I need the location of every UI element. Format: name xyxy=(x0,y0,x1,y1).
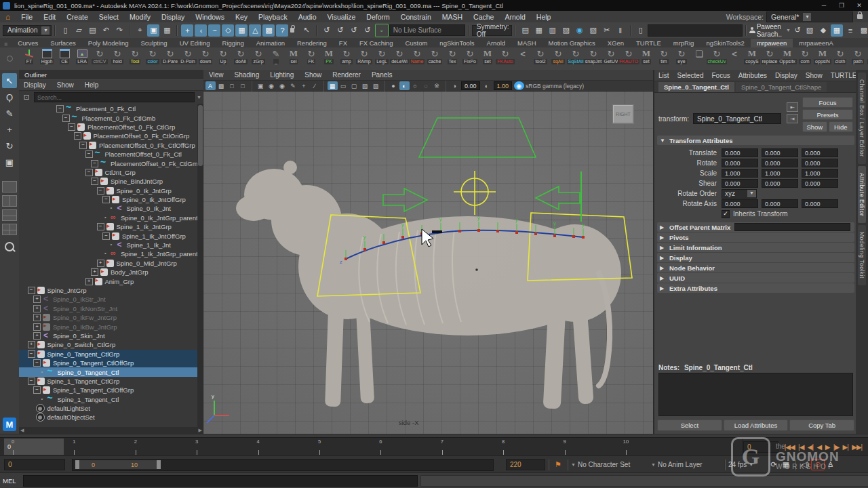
shelf-button-FK[interactable]: ↻FK xyxy=(302,48,320,64)
range-slider-bar[interactable]: 0 10 xyxy=(72,459,494,471)
shelf-tab-surfaces[interactable]: Surfaces xyxy=(44,39,82,47)
outliner-item-Spine_0_IkBw_JntGrp[interactable]: +Spine_0_IkBw_JntGrp xyxy=(19,322,203,331)
save-scene-icon[interactable]: ▤ xyxy=(86,24,98,37)
collapse-icon[interactable]: − xyxy=(68,123,75,131)
exposure-icon[interactable]: ◑ xyxy=(450,81,460,90)
menu-cache[interactable]: Cache xyxy=(468,13,499,21)
notes-textarea[interactable] xyxy=(658,373,853,416)
shelf-button-snapJnt[interactable]: ↻snapJnt xyxy=(585,48,602,64)
oversan-icon[interactable]: ◉ xyxy=(277,81,288,90)
select-hierarchy-icon[interactable]: ⌖ xyxy=(134,24,146,37)
shelf-button-com[interactable]: ↻com xyxy=(796,48,814,64)
collapse-icon[interactable]: − xyxy=(62,115,70,122)
shelf-button-color[interactable]: ↻color xyxy=(144,48,161,64)
time-slider-track[interactable]: 0 012345678910 xyxy=(0,438,743,456)
outliner-item-Spine_1_Ik_JntGrp_parentCons[interactable]: •Spine_1_Ik_JntGrp_parentCons xyxy=(19,249,203,258)
hide-button[interactable]: Hide xyxy=(829,121,854,132)
bookmarks-icon[interactable]: □ xyxy=(238,81,248,90)
attr-value-field[interactable]: 0.000 xyxy=(802,148,838,157)
section-uuid[interactable]: ▶UUID xyxy=(657,273,854,283)
shelf-button-FixPo[interactable]: ↻FixPo xyxy=(461,48,479,64)
menu-file[interactable]: File xyxy=(16,13,38,21)
select-button[interactable]: Select xyxy=(657,420,722,431)
ae-menu-show[interactable]: Show xyxy=(802,72,827,79)
shelf-button-set[interactable]: Mset xyxy=(479,48,496,64)
attr-value-field[interactable]: 1.000 xyxy=(802,169,838,178)
offset-parent-matrix-field[interactable] xyxy=(734,223,850,231)
filter-icon[interactable]: ⊡ xyxy=(22,92,31,104)
clamp-playback-icon[interactable]: ▦ xyxy=(780,460,792,469)
menu-set-dropdown[interactable]: Animation ▾ xyxy=(3,25,52,36)
launch-render-setup-icon[interactable]: ▧ xyxy=(587,24,599,37)
symmetry-dropdown[interactable]: Symmetry: Off xyxy=(472,25,512,36)
collapse-icon[interactable]: − xyxy=(79,142,87,149)
outliner-item-Spine_0_IkStr_Jnt[interactable]: +Spine_0_IkStr_Jnt xyxy=(19,295,203,304)
attr-value-field[interactable]: 0.000 xyxy=(802,179,838,188)
outliner-item-Spine_0_IkFw_JntGrp[interactable]: +Spine_0_IkFw_JntGrp xyxy=(19,313,203,322)
shelf-button-RAmp[interactable]: ↻RAmp xyxy=(355,48,373,64)
live-surface-field[interactable]: No Live Surface xyxy=(389,24,465,36)
shelf-button-deLeWi[interactable]: ↻deLeWi xyxy=(391,48,408,64)
modeling-toolkit-toggle-icon[interactable]: ▧ xyxy=(804,24,816,37)
render-current-frame-icon[interactable]: ▦ xyxy=(533,24,545,37)
go-to-end-button[interactable]: ▶▶| xyxy=(852,443,862,451)
shelf-button-PK[interactable]: MPK xyxy=(320,48,338,64)
shelf-tab-mrpaween[interactable]: mrpaween xyxy=(751,39,793,47)
menu-mash[interactable]: MASH xyxy=(437,13,468,21)
playback-loop-icon[interactable]: ⟳ xyxy=(768,460,780,469)
grid-icon[interactable]: ▦ xyxy=(328,81,338,90)
shelf-button-D-Poin[interactable]: ↻D-Poin xyxy=(179,48,197,64)
shadows-icon[interactable]: ○ xyxy=(410,81,420,90)
shelf-button-FKAUTO[interactable]: ↻FKAUTO xyxy=(620,48,637,64)
render-settings-icon[interactable]: ◉ xyxy=(574,24,586,37)
copy-tab-button[interactable]: Copy Tab xyxy=(789,420,854,431)
selection-lock-icon[interactable] xyxy=(290,28,294,33)
menu-create[interactable]: Create xyxy=(61,13,94,21)
expand-icon[interactable]: + xyxy=(33,332,41,340)
move-tool-icon[interactable]: + xyxy=(2,122,17,137)
shelf-button-replace[interactable]: ↻replace xyxy=(761,48,778,64)
shelf-button-LRA[interactable]: ▲LRA xyxy=(73,48,91,64)
shelf-tab-ngskintools2[interactable]: ngSkinTools2 xyxy=(700,39,751,47)
play-forwards-button[interactable]: ▶ xyxy=(825,443,830,451)
outliner-item-Spine_0_Ik_JntOffGrp[interactable]: −Spine_0_Ik_JntOffGrp xyxy=(19,195,203,204)
shelf-button-sel[interactable]: Msel xyxy=(285,48,302,64)
outliner-item-Spine_BindJntGrp[interactable]: −Spine_BindJntGrp xyxy=(19,177,203,186)
shelf-button-ctrlCV[interactable]: ↻ctrlCV xyxy=(91,48,108,64)
outliner-item-Placement_0_Fk_Ctl[interactable]: −Placement_0_Fk_Ctl xyxy=(19,104,203,113)
menu-edit[interactable]: Edit xyxy=(38,13,61,21)
attr-value-field[interactable]: 0.000 xyxy=(722,159,758,167)
camera-attributes-icon[interactable]: □ xyxy=(227,81,237,90)
shelf-button-FKAuto[interactable]: ↻FKAuto xyxy=(496,48,514,64)
menu-modify[interactable]: Modify xyxy=(124,13,156,21)
attr-value-field[interactable]: 0.000 xyxy=(802,159,838,167)
panel-tab-modeling-toolkit[interactable]: Modeling Toolkit xyxy=(858,225,866,285)
outliner-item-Body_JntGrp[interactable]: +Body_JntGrp xyxy=(19,268,203,277)
collapse-icon[interactable]: − xyxy=(91,160,98,167)
user-account-chip[interactable]: Paween Sarach.. ▼ ↺ xyxy=(749,23,803,38)
shelf-button-set[interactable]: Mset xyxy=(637,48,655,64)
open-scene-icon[interactable]: ▱ xyxy=(73,24,85,37)
menu-help[interactable]: Help xyxy=(531,13,557,21)
select-camera-icon[interactable]: A xyxy=(205,81,216,90)
outliner-item-PlacementOffset_0_Fk_CtlOriGrp[interactable]: −PlacementOffset_0_Fk_CtlOriGrp xyxy=(19,131,203,140)
live-selection-icon[interactable]: ◦ xyxy=(375,24,389,37)
anim-layer-dropdown[interactable]: ▼No Anim Layer xyxy=(651,461,722,468)
transform-name-field[interactable]: Spine_0_Tangent_Ctl xyxy=(693,113,781,124)
animation-end-field[interactable]: 220 xyxy=(506,459,545,470)
shelf-button-cloth[interactable]: ↻cloth xyxy=(831,48,849,64)
expand-icon[interactable]: + xyxy=(33,314,41,321)
outliner-menu-show[interactable]: Show xyxy=(52,81,79,89)
collapse-icon[interactable]: − xyxy=(28,287,35,294)
shelf-button-tool2[interactable]: ↻tool2 xyxy=(532,48,549,64)
command-input[interactable] xyxy=(23,475,418,487)
shelf-button-sqAll[interactable]: ↻sqAll xyxy=(549,48,567,64)
outliner-item-CtlJnt_Grp[interactable]: −CtlJnt_Grp xyxy=(19,168,203,177)
rename-input[interactable] xyxy=(648,24,743,37)
ae-menu-list[interactable]: List xyxy=(654,72,673,79)
layout-two-pane-button[interactable] xyxy=(2,195,17,207)
animation-preferences-icon[interactable]: ♙ xyxy=(825,460,837,469)
maximize-button[interactable]: ❐ xyxy=(833,2,850,9)
viewport-menu-show[interactable]: Show xyxy=(299,71,327,79)
outliner-menu-display[interactable]: Display xyxy=(19,81,51,89)
